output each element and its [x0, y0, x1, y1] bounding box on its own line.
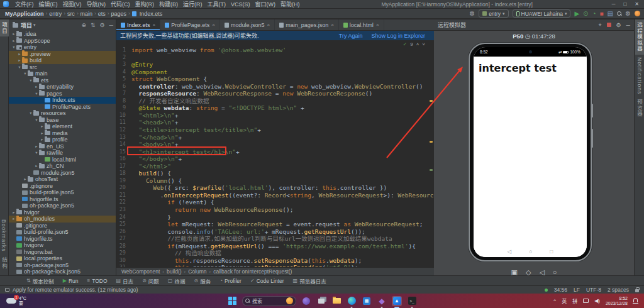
tree-item-media[interactable]: ▸media [9, 130, 116, 137]
tree-item-oh-package-lock-json5[interactable]: oh-package-lock.json5 [9, 268, 116, 275]
edge-browser-button[interactable] [347, 296, 357, 306]
breadcrumb-item[interactable]: Index.ets [140, 11, 163, 17]
tree-item-entryability[interactable]: ▸entryability [9, 84, 116, 91]
tab-module-json5[interactable]: module.json5× [220, 19, 275, 30]
deveco-studio-button[interactable]: ▲ [392, 296, 402, 306]
stop-emulator-icon[interactable] [607, 23, 611, 27]
tree-item-build[interactable]: ▸build [9, 57, 116, 64]
back-icon[interactable]: ◁ [508, 248, 512, 255]
taskbar-app-chat[interactable] [301, 296, 311, 306]
close-button[interactable]: ✕ [635, 1, 639, 7]
taskbar-clock[interactable]: 8:52 2023/12/28 [606, 296, 628, 306]
device-selector[interactable]: HUAWEI Lahaina ▾ [513, 9, 571, 18]
tree-item-hvigorfile-ts[interactable]: hvigorfile.ts [9, 236, 116, 243]
tree-item-local-properties[interactable]: local.properties [9, 255, 116, 262]
chevron-down-icon[interactable]: ▾ [33, 23, 36, 28]
tree-item-profile[interactable]: ▸profile [9, 136, 116, 143]
tool-window-button-profiler[interactable]: ◔Profiler [219, 278, 242, 284]
tree-item-hvigorfile-ts[interactable]: hvigorfile.ts [9, 196, 116, 203]
close-icon[interactable]: × [331, 22, 334, 28]
tree-item-element[interactable]: ▸element [9, 123, 116, 130]
tree-item--gitignore[interactable]: .gitignore [9, 183, 116, 190]
ide-settings-icon[interactable]: ⚙ [625, 11, 631, 17]
locate-icon[interactable]: ⊕ [81, 22, 86, 28]
ime-english-icon[interactable]: 英 [562, 297, 567, 304]
tool-window-button-问题[interactable]: ⊘问题 [142, 277, 159, 285]
tree-item-local-html[interactable]: local.html [9, 157, 116, 163]
home-icon[interactable]: ○ [529, 248, 532, 255]
breadcrumb-item[interactable]: MyApplication [5, 11, 44, 17]
tray-expand-icon[interactable]: ^ [553, 298, 556, 304]
tree-item-oh-modules[interactable]: ▸oh_modules [9, 216, 116, 223]
tool-window-button-服务[interactable]: ⊙服务 [194, 277, 211, 285]
close-icon[interactable]: × [376, 22, 379, 28]
tab-profilepage-ets[interactable]: ProfilePage.ets× [160, 19, 220, 30]
editor-breadcrumb-item[interactable]: Column [188, 268, 206, 275]
microsoft-store-button[interactable]: ▦ [362, 296, 372, 306]
tab-index-ets[interactable]: Index.ets× [116, 19, 160, 30]
tree-item-profilepage-ets[interactable]: ProfilePage.ets [9, 104, 116, 111]
tree-item-appscope[interactable]: ▸AppScope [9, 38, 116, 45]
terminal-button[interactable]: >_ [407, 296, 417, 306]
tree-item-hvigorw[interactable]: hvigorw [9, 242, 116, 249]
tree-item-module-json5[interactable]: module.json5 [9, 170, 116, 177]
close-icon[interactable]: × [212, 22, 215, 28]
notification-bell-icon[interactable] [633, 298, 638, 302]
close-icon[interactable]: × [267, 22, 270, 28]
recents-icon[interactable]: □ [550, 248, 553, 255]
tree-item-base[interactable]: ▾base [9, 117, 116, 124]
stripe-tab-结构[interactable]: 结构 [0, 255, 9, 272]
menu-item[interactable]: 窗口(W) [253, 1, 279, 8]
settings-icon[interactable]: ⚙ [469, 11, 475, 17]
ime-pinyin-icon[interactable]: 拼 [572, 297, 577, 304]
close-icon[interactable]: × [153, 22, 156, 28]
tree-item--idea[interactable]: ▸.idea [9, 31, 116, 38]
file-explorer-button[interactable] [331, 296, 341, 306]
prev-issue-icon[interactable]: ˄ [416, 41, 419, 47]
editor-breadcrumb-item[interactable]: WebComponent [121, 268, 160, 275]
stop-button[interactable]: ■ [600, 11, 604, 17]
tree-item-ohostest[interactable]: ▸ohosTest [9, 176, 116, 183]
weather-widget[interactable]: 1 4°C 雾 [6, 296, 26, 306]
device-manager-icon[interactable]: ▤ [608, 11, 613, 17]
tool-window-button-code-linter[interactable]: ✓Code Linter [250, 278, 284, 284]
breadcrumb-item[interactable]: entry [49, 11, 62, 17]
menu-item[interactable]: 编辑(E) [36, 1, 60, 8]
hide-panel-icon[interactable]: ─ [626, 22, 630, 28]
tree-item-index-ets[interactable]: Index.ets [9, 97, 116, 104]
tool-window-button-预览器日志[interactable]: ▥预览器日志 [293, 277, 326, 285]
stripe-tab-Notifications[interactable]: Notifications [636, 55, 643, 97]
tree-item-src[interactable]: ▾src [9, 64, 116, 71]
breadcrumb-item[interactable]: main [80, 11, 93, 17]
minimize-button[interactable]: ─ [612, 1, 616, 7]
stripe-tab-远程模拟器[interactable]: 远程模拟器 [635, 19, 644, 55]
hide-icon[interactable]: ─ [109, 22, 113, 28]
tree-item-build-profile-json5[interactable]: build-profile.json5 [9, 229, 116, 236]
start-button[interactable] [227, 296, 237, 306]
line-ending[interactable]: LF [574, 287, 580, 293]
readonly-lock-icon[interactable] [635, 289, 639, 292]
tree-item-oh-package-json5[interactable]: oh-package.json5 [9, 202, 116, 209]
tree-item--preview[interactable]: ▸.preview [9, 51, 116, 58]
tool-window-button-todo[interactable]: ≡TODO [87, 278, 107, 284]
tree-item-hvigorw-bat[interactable]: hvigorw.bat [9, 249, 116, 256]
menu-item[interactable]: 重构(R) [133, 1, 157, 8]
tree-item-zh-cn[interactable]: ▸zh_CN [9, 163, 116, 170]
taskbar-search[interactable]: 搜索 [242, 296, 296, 306]
tree-item-en-us[interactable]: ▸en_US [9, 143, 116, 150]
tree-item-oh-package-json5[interactable]: oh-package.json5 [9, 262, 116, 269]
menu-item[interactable]: VCS(S) [228, 1, 253, 8]
tree-item-resources[interactable]: ▾resources [9, 110, 116, 117]
pin-icon[interactable]: ⌖ [598, 21, 601, 28]
tool-window-button-终端[interactable]: ▢终端 [168, 277, 186, 285]
tree-item-entry[interactable]: ▾entry [9, 44, 116, 51]
inspection-widget[interactable]: ✓ 9 ˄ ˅ [403, 41, 426, 47]
visual-studio-button[interactable]: ◆ [377, 296, 387, 306]
tab-local-html[interactable]: local.html× [339, 19, 384, 30]
tree-item-rawfile[interactable]: ▾rawfile [9, 150, 116, 157]
stripe-tab-预览器[interactable]: 预览器 [635, 97, 644, 120]
stripe-tab-Bookmarks[interactable]: Bookmarks [0, 217, 8, 255]
banner-action-try-again[interactable]: Try Again [339, 33, 363, 39]
phone-screen[interactable]: 8:52 ⇄ 100% intercept test ◁○□ [474, 47, 587, 257]
tree-item-ets[interactable]: ▾ets [9, 77, 116, 84]
